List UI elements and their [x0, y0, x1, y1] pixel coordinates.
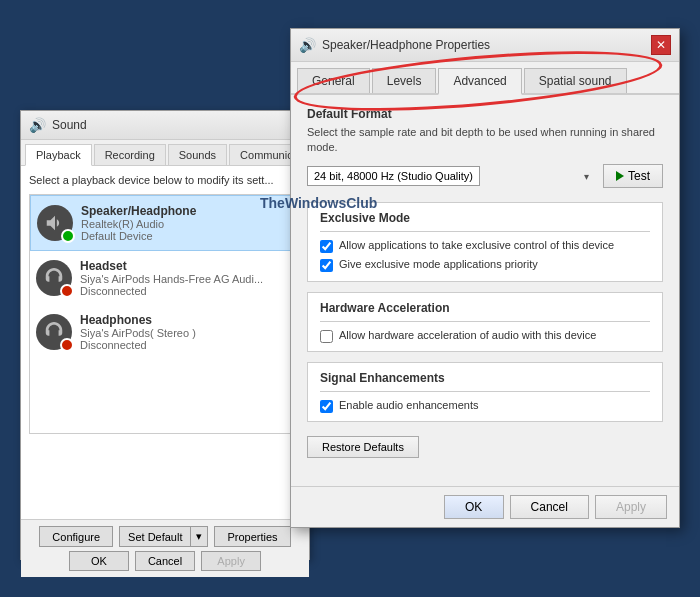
play-icon [616, 171, 624, 181]
sound-window-title: Sound [52, 118, 301, 132]
props-window: 🔊 Speaker/Headphone Properties ✕ General… [290, 28, 680, 528]
restore-defaults-button[interactable]: Restore Defaults [307, 436, 419, 458]
sound-hint: Select a playback device below to modify… [29, 174, 301, 186]
properties-button[interactable]: Properties [214, 526, 290, 547]
status-badge-green [61, 229, 75, 243]
default-format-desc: Select the sample rate and bit depth to … [307, 125, 663, 156]
status-badge-red-headset [60, 284, 74, 298]
device-sub2-speaker: Default Device [81, 230, 293, 242]
exclusive-check2[interactable] [320, 259, 333, 272]
sound-window: 🔊 Sound Playback Recording Sounds Commun… [20, 110, 310, 560]
sound-footer-row1: Configure Set Default ▾ Properties [29, 526, 301, 547]
divider3 [320, 391, 650, 392]
device-item-speaker[interactable]: Speaker/Headphone Realtek(R) Audio Defau… [30, 195, 300, 251]
device-item-headset[interactable]: Headset Siya's AirPods Hands-Free AG Aud… [30, 251, 300, 305]
props-body: Default Format Select the sample rate an… [291, 95, 679, 483]
device-name-speaker: Speaker/Headphone [81, 204, 293, 218]
exclusive-mode-title: Exclusive Mode [320, 211, 650, 225]
device-sub1-headset: Siya's AirPods Hands-Free AG Audi... [80, 273, 294, 285]
device-info-headphones: Headphones Siya's AirPods( Stereo ) Disc… [80, 313, 294, 351]
test-label: Test [628, 169, 650, 183]
format-row: 24 bit, 48000 Hz (Studio Quality) Test [307, 164, 663, 188]
sound-footer: Configure Set Default ▾ Properties OK Ca… [21, 519, 309, 577]
signal-check1-label: Enable audio enhancements [339, 398, 478, 413]
device-icon-wrap-headset [36, 260, 72, 296]
default-format-title: Default Format [307, 107, 663, 121]
device-item-headphones[interactable]: Headphones Siya's AirPods( Stereo ) Disc… [30, 305, 300, 359]
divider2 [320, 321, 650, 322]
hardware-check1-row: Allow hardware acceleration of audio wit… [320, 328, 650, 343]
exclusive-mode-section: Exclusive Mode Allow applications to tak… [307, 202, 663, 282]
props-footer: OK Cancel Apply [291, 486, 679, 527]
format-select[interactable]: 24 bit, 48000 Hz (Studio Quality) [307, 166, 480, 186]
device-name-headset: Headset [80, 259, 294, 273]
sound-cancel-button[interactable]: Cancel [135, 551, 195, 571]
hardware-accel-section: Hardware Acceleration Allow hardware acc… [307, 292, 663, 352]
props-window-icon: 🔊 [299, 37, 316, 53]
sound-tabs: Playback Recording Sounds Communications [21, 140, 309, 166]
signal-enhancements-section: Signal Enhancements Enable audio enhance… [307, 362, 663, 422]
device-sub1-headphones: Siya's AirPods( Stereo ) [80, 327, 294, 339]
hardware-check1-label: Allow hardware acceleration of audio wit… [339, 328, 596, 343]
sound-apply-button[interactable]: Apply [201, 551, 261, 571]
test-button[interactable]: Test [603, 164, 663, 188]
props-ok-button[interactable]: OK [444, 495, 504, 519]
sound-ok-button[interactable]: OK [69, 551, 129, 571]
tab-general[interactable]: General [297, 68, 370, 93]
sound-footer-row2: OK Cancel Apply [29, 551, 301, 571]
signal-check1-row: Enable audio enhancements [320, 398, 650, 413]
signal-enhancements-title: Signal Enhancements [320, 371, 650, 385]
format-select-wrap: 24 bit, 48000 Hz (Studio Quality) [307, 166, 595, 186]
device-info-speaker: Speaker/Headphone Realtek(R) Audio Defau… [81, 204, 293, 242]
configure-button[interactable]: Configure [39, 526, 113, 547]
divider1 [320, 231, 650, 232]
sound-window-icon: 🔊 [29, 117, 46, 133]
device-sub2-headphones: Disconnected [80, 339, 294, 351]
exclusive-check1[interactable] [320, 240, 333, 253]
hardware-check1[interactable] [320, 330, 333, 343]
device-icon-wrap-speaker [37, 205, 73, 241]
hardware-accel-title: Hardware Acceleration [320, 301, 650, 315]
tab-levels[interactable]: Levels [372, 68, 437, 93]
device-sub2-headset: Disconnected [80, 285, 294, 297]
tab-spatial-sound[interactable]: Spatial sound [524, 68, 627, 93]
props-apply-button[interactable]: Apply [595, 495, 667, 519]
props-tabs: General Levels Advanced Spatial sound [291, 62, 679, 95]
exclusive-check1-label: Allow applications to take exclusive con… [339, 238, 614, 253]
close-button[interactable]: ✕ [651, 35, 671, 55]
exclusive-check1-row: Allow applications to take exclusive con… [320, 238, 650, 253]
set-default-button[interactable]: Set Default [119, 526, 191, 547]
device-name-headphones: Headphones [80, 313, 294, 327]
device-info-headset: Headset Siya's AirPods Hands-Free AG Aud… [80, 259, 294, 297]
device-sub1-speaker: Realtek(R) Audio [81, 218, 293, 230]
tab-recording[interactable]: Recording [94, 144, 166, 165]
exclusive-check2-row: Give exclusive mode applications priorit… [320, 257, 650, 272]
tab-advanced[interactable]: Advanced [438, 68, 521, 95]
props-titlebar: 🔊 Speaker/Headphone Properties ✕ [291, 29, 679, 62]
device-icon-wrap-headphones [36, 314, 72, 350]
sound-titlebar: 🔊 Sound [21, 111, 309, 140]
tab-sounds[interactable]: Sounds [168, 144, 227, 165]
set-default-dropdown[interactable]: ▾ [191, 526, 208, 547]
device-list: Speaker/Headphone Realtek(R) Audio Defau… [29, 194, 301, 434]
tab-playback[interactable]: Playback [25, 144, 92, 166]
props-window-title: Speaker/Headphone Properties [322, 38, 645, 52]
sound-body: Select a playback device below to modify… [21, 166, 309, 519]
set-default-split: Set Default ▾ [119, 526, 208, 547]
signal-check1[interactable] [320, 400, 333, 413]
exclusive-check2-label: Give exclusive mode applications priorit… [339, 257, 538, 272]
props-cancel-button[interactable]: Cancel [510, 495, 589, 519]
status-badge-red-headphones [60, 338, 74, 352]
